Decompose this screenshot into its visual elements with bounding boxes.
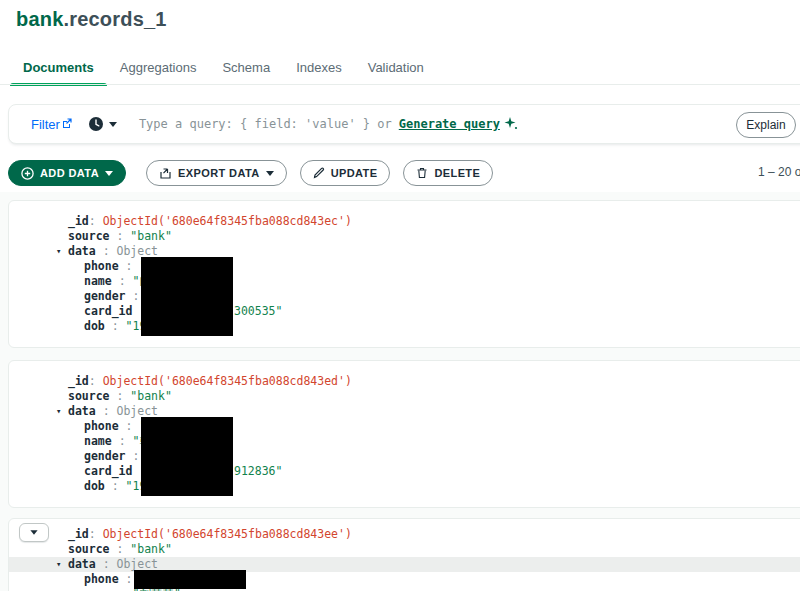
query-placeholder: Type a query: { field: 'value' } or [139,117,392,131]
delete-label: DELETE [434,167,480,179]
update-label: UPDATE [331,167,378,179]
tab-validation[interactable]: Validation [355,60,437,85]
document-field-row[interactable]: phone : [9,572,800,587]
document-field-row[interactable]: ▾data : Object [9,244,800,259]
plus-circle-icon [21,167,34,180]
explain-button[interactable]: Explain [736,112,796,138]
document-field-row[interactable]: source : "bank" [9,542,800,557]
expand-document-button[interactable] [19,523,49,542]
document-list: _id: ObjectId('680e64f8345fba088cd843ec'… [0,192,800,591]
clock-icon [88,116,104,132]
document-field-row[interactable]: phone : " [9,419,800,434]
document-card: _id: ObjectId('680e64f8345fba088cd843ee'… [8,518,800,591]
update-button[interactable]: UPDATE [300,160,391,186]
chevron-down-icon [105,171,113,176]
database-name: bank [16,8,63,30]
document-field-row[interactable]: _id: ObjectId('680e64f8345fba088cd843ed'… [9,374,800,389]
tab-aggregations[interactable]: Aggregations [107,60,210,85]
redaction-overlay [134,570,246,589]
delete-button[interactable]: DELETE [403,160,493,186]
tabs-divider [0,84,800,85]
sparkle-icon [504,117,518,131]
document-field-row[interactable]: name : "闫 [9,274,800,289]
export-data-label: EXPORT DATA [178,167,260,179]
external-link-icon [62,118,72,128]
document-field-row[interactable]: phone : " [9,259,800,274]
tab-documents[interactable]: Documents [10,60,107,85]
document-field-row[interactable]: _id: ObjectId('680e64f8345fba088cd843ec'… [9,214,800,229]
document-field-row[interactable]: source : "bank" [9,389,800,404]
expand-field-icon[interactable]: ▾ [56,244,61,259]
document-field-row[interactable]: card_id : 912836" [9,464,800,479]
document-field-row[interactable]: name : "韩 [9,434,800,449]
generate-query-label: Generate query [399,117,500,131]
chevron-down-icon [109,122,117,127]
pencil-icon [313,167,325,179]
document-field-row[interactable]: gender : [9,289,800,304]
document-field-row[interactable]: ▾data : Object [9,404,800,419]
tab-schema[interactable]: Schema [209,60,283,85]
compass-collection-view: bank.records_1 DocumentsAggregationsSche… [0,0,800,591]
document-field-row[interactable]: dob : "19 [9,319,800,334]
add-data-button[interactable]: ADD DATA [8,160,126,186]
document-card: _id: ObjectId('680e64f8345fba088cd843ed'… [8,360,800,508]
document-field-row[interactable]: dob : "19 [9,479,800,494]
filter-label: Filter [31,117,60,132]
trash-icon [416,167,428,179]
collection-name: .records_1 [63,8,166,30]
query-history-button[interactable] [88,116,117,132]
document-field-row[interactable]: gender : [9,449,800,464]
tab-indexes[interactable]: Indexes [283,60,355,85]
redaction-overlay [141,257,233,336]
document-card: _id: ObjectId('680e64f8345fba088cd843ec'… [8,200,800,348]
document-field-row[interactable]: ▾data : Object [9,557,800,572]
crud-toolbar: ADD DATA EXPORT DATA UPDATE DELETE 1 – 2… [8,160,800,186]
document-field-row[interactable]: source : "bank" [9,229,800,244]
redaction-overlay [141,417,233,496]
generate-query-link[interactable]: Generate query [399,117,518,131]
pagination-count: 1 – 20 of [758,165,800,179]
document-field-row[interactable]: _id: ObjectId('680e64f8345fba088cd843ee'… [9,527,800,542]
query-bar: Filter Type a query: { field: 'value' } … [8,104,800,144]
export-data-button[interactable]: EXPORT DATA [146,160,287,186]
export-icon [159,167,172,180]
add-data-label: ADD DATA [40,167,99,179]
page-title: bank.records_1 [16,8,167,31]
document-field-row[interactable]: name : "刘某某" [9,587,800,591]
document-field-row[interactable]: card_id : 300535" [9,304,800,319]
expand-field-icon[interactable]: ▾ [56,557,61,572]
expand-field-icon[interactable]: ▾ [56,404,61,419]
collection-tabs: DocumentsAggregationsSchemaIndexesValida… [10,55,437,85]
chevron-down-icon [266,171,274,176]
query-input[interactable]: Type a query: { field: 'value' } or Gene… [139,117,518,131]
filter-link[interactable]: Filter [31,117,72,132]
